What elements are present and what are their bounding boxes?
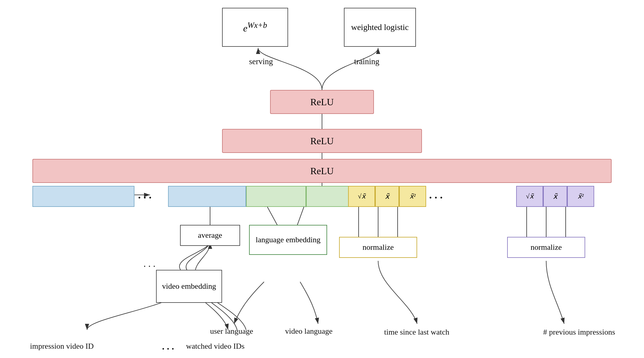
relu-top-label: ReLU [310,97,334,108]
relu-bottom-box: ReLU [32,159,612,183]
num-prev-impressions-label: # previous impressions [543,327,615,338]
relu-top-box: ReLU [270,90,374,114]
left-blue-feature-box [32,186,134,207]
video-embedding-box: video embedding [156,270,222,303]
yellow-tilde-x-box: x̃ [375,186,399,207]
tilde-x-label1: x̃ [385,192,389,201]
time-since-text: time since last watch [384,328,449,336]
purple-tilde-x-box: x̃ [543,186,567,207]
normalize-left-box: normalize [339,237,417,258]
normalize-left-label: normalize [363,243,394,252]
watched-video-ids-label: watched video IDs [186,342,245,351]
xsq-label1: x̃² [410,192,416,200]
dots1-label: · · · [138,191,152,204]
exp-formula-label: eWx+b [243,21,267,34]
exp-formula-box: eWx+b [222,8,288,47]
language-embedding-label: language embedding [256,235,320,244]
main-blue-feature-box [168,186,246,207]
num-prev-text: # previous impressions [543,328,615,336]
relu-mid-label: ReLU [310,136,334,147]
average-label: average [198,231,222,240]
purple-xsq-box: x̃² [567,186,594,207]
bottom-dots-label: · · · [162,343,174,354]
sqrt-x-label2: √x̃ [526,192,533,200]
tilde-x-label2: x̃ [553,192,557,201]
relu-bottom-label: ReLU [310,166,334,177]
weighted-logistic-box: weighted logistic [344,8,416,47]
video-language-label: video language [285,327,333,336]
diagram-container: weighted logistic eWx+b serving training… [0,0,644,358]
green-feature-box-left [246,186,306,207]
xsq-label2: x̃² [578,192,584,200]
dots4-label: · · · [143,261,155,272]
average-box: average [180,225,240,246]
dots3-label: · · · [429,191,443,204]
language-embedding-box: language embedding [249,225,327,255]
impression-video-id-label: impression video ID [30,342,94,351]
yellow-sqrt-x-box: √x̃ [348,186,375,207]
user-language-label: user language [210,327,253,336]
relu-mid-box: ReLU [222,129,422,153]
video-embedding-label: video embedding [162,282,216,291]
time-since-label: time since last watch [384,327,449,338]
purple-sqrt-x-box: √x̃ [516,186,543,207]
normalize-right-box: normalize [507,237,585,258]
training-label: training [354,57,379,66]
serving-label: serving [249,57,273,66]
sqrt-x-label1: √x̃ [358,192,365,200]
weighted-logistic-label: weighted logistic [351,22,409,32]
yellow-xsq-box: x̃² [399,186,426,207]
normalize-right-label: normalize [531,243,562,252]
